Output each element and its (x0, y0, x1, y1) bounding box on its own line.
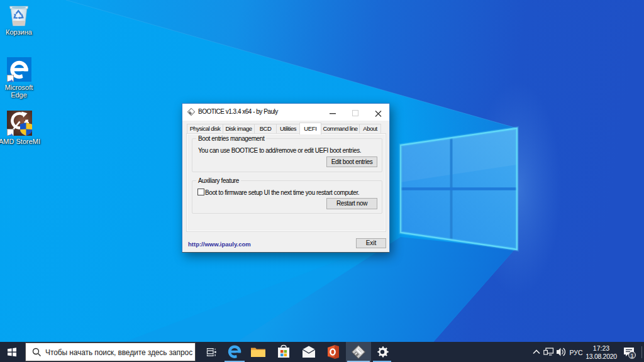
svg-text:1: 1 (630, 353, 633, 359)
